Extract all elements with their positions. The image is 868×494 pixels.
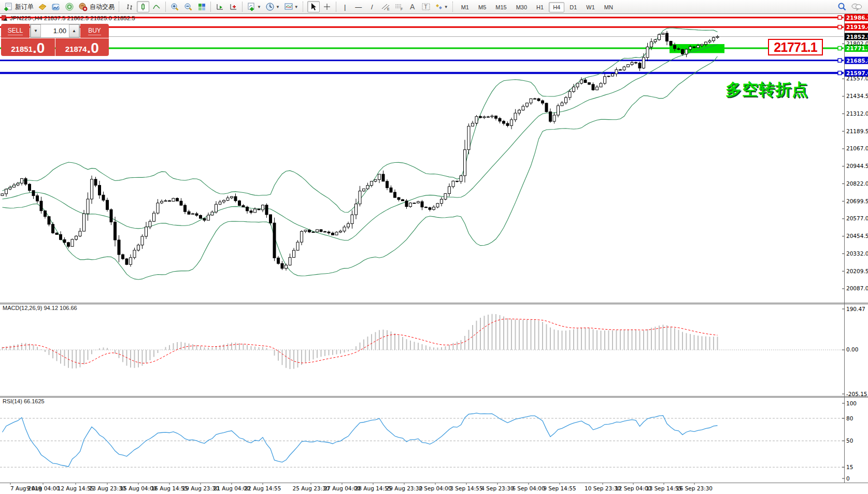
timeframe-button-H1[interactable]: H1 bbox=[532, 2, 548, 12]
svg-text:20087.0: 20087.0 bbox=[846, 285, 868, 291]
template-icon bbox=[284, 2, 293, 11]
svg-text:29 Aug 23:30: 29 Aug 23:30 bbox=[386, 485, 423, 491]
fibonacci-icon: F bbox=[394, 3, 404, 11]
buy-label: BUY bbox=[88, 27, 101, 35]
auto-scroll-button[interactable] bbox=[214, 1, 226, 12]
chart-shift-button[interactable] bbox=[227, 1, 239, 12]
dropdown-caret: ▼ bbox=[444, 5, 448, 9]
templates-button[interactable]: ▼ bbox=[282, 1, 300, 12]
sell-label: SELL bbox=[8, 27, 23, 35]
indicators-button[interactable]: ▼ bbox=[245, 1, 263, 12]
new-order-label: 新订单 bbox=[15, 3, 34, 11]
text-button[interactable]: A bbox=[406, 1, 419, 12]
new-order-button[interactable]: 新订单 bbox=[2, 1, 35, 12]
chat-button[interactable] bbox=[849, 1, 864, 12]
volume-increase-button[interactable]: ▲ bbox=[69, 24, 79, 37]
candlestick-chart[interactable]: 21986.221919.421771.121685.821597.621852… bbox=[0, 0, 868, 494]
auto-scroll-icon bbox=[216, 3, 224, 11]
svg-text:4 Sep 23:30: 4 Sep 23:30 bbox=[481, 485, 514, 491]
dropdown-caret: ▼ bbox=[257, 5, 261, 9]
volume-decrease-button[interactable]: ▼ bbox=[31, 24, 41, 37]
shapes-button[interactable]: ▼ bbox=[433, 1, 450, 12]
market-watch-button[interactable] bbox=[50, 1, 62, 12]
svg-text:21802.0: 21802.0 bbox=[846, 40, 868, 47]
candlestick-chart-icon bbox=[139, 3, 147, 11]
cursor-button[interactable] bbox=[307, 1, 320, 12]
timeframe-button-MN[interactable]: MN bbox=[600, 2, 617, 12]
timeframe-button-M30[interactable]: M30 bbox=[512, 2, 531, 12]
trendline-icon: / bbox=[371, 3, 373, 11]
line-chart-button[interactable] bbox=[150, 1, 163, 12]
zoom-out-icon bbox=[184, 3, 193, 11]
chart-window-icon bbox=[2, 15, 8, 21]
timeframe-button-M5[interactable]: M5 bbox=[474, 2, 490, 12]
svg-text:2 Sep 04:00: 2 Sep 04:00 bbox=[419, 485, 451, 491]
svg-text:21434.5: 21434.5 bbox=[846, 93, 868, 99]
tile-windows-button[interactable] bbox=[195, 1, 208, 12]
yellow-book-icon bbox=[38, 2, 47, 11]
svg-text:20944.5: 20944.5 bbox=[846, 163, 868, 169]
search-icon bbox=[837, 2, 847, 11]
svg-text:6 Sep 04:00: 6 Sep 04:00 bbox=[512, 485, 545, 491]
candlestick-chart-button[interactable] bbox=[137, 1, 149, 12]
svg-text:16 Sep 23:30: 16 Sep 23:30 bbox=[676, 485, 713, 491]
timeframe-button-H4[interactable]: H4 bbox=[549, 2, 564, 12]
signals-button[interactable] bbox=[63, 1, 76, 12]
bar-chart-button[interactable] bbox=[123, 1, 136, 12]
svg-text:21189.5: 21189.5 bbox=[846, 128, 868, 134]
vertical-line-button[interactable]: | bbox=[339, 1, 351, 12]
fibonacci-button[interactable]: F bbox=[393, 1, 405, 12]
svg-text:100: 100 bbox=[846, 400, 857, 406]
channel-icon: E bbox=[381, 3, 390, 11]
svg-text:21067.0: 21067.0 bbox=[846, 145, 868, 151]
svg-text:21919.4: 21919.4 bbox=[846, 24, 868, 30]
svg-text:9 Sep 14:55: 9 Sep 14:55 bbox=[543, 485, 576, 491]
svg-text:20699.5: 20699.5 bbox=[846, 198, 868, 204]
zoom-out-button[interactable] bbox=[182, 1, 194, 12]
svg-text:20454.5: 20454.5 bbox=[846, 233, 868, 239]
sell-price-display[interactable]: 21851.0 bbox=[1, 38, 55, 56]
indicators-icon bbox=[247, 2, 256, 11]
window-cloud-icon bbox=[51, 2, 61, 11]
toolbar-grip bbox=[303, 2, 305, 12]
sell-button[interactable]: SELL bbox=[1, 24, 30, 38]
label-button[interactable]: T bbox=[420, 1, 432, 12]
horizontal-line-button[interactable]: — bbox=[352, 1, 365, 12]
chart-title: JPN225-,H4 21837.5 21862.5 21825.0 21852… bbox=[10, 15, 135, 21]
timeframe-button-D1[interactable]: D1 bbox=[565, 2, 581, 12]
timeframe-button-M15[interactable]: M15 bbox=[491, 2, 510, 12]
text-label-icon: T bbox=[421, 3, 431, 11]
toolbar-separator bbox=[210, 2, 211, 12]
auto-trading-button[interactable]: 自动交易 bbox=[77, 1, 116, 12]
svg-text:190.47: 190.47 bbox=[846, 306, 865, 312]
buy-price-display[interactable]: 21874.0 bbox=[55, 38, 109, 56]
line-chart-icon bbox=[152, 3, 161, 11]
timeframe-button-M1[interactable]: M1 bbox=[457, 2, 473, 12]
buy-button[interactable]: BUY bbox=[80, 24, 109, 38]
search-button[interactable] bbox=[836, 1, 848, 12]
svg-text:80: 80 bbox=[846, 415, 853, 421]
volume-input[interactable]: 1.00 bbox=[41, 24, 69, 37]
channel-button[interactable]: E bbox=[379, 1, 392, 12]
chart-title-row: JPN225-,H4 21837.5 21862.5 21825.0 21852… bbox=[2, 15, 135, 21]
svg-text:E: E bbox=[387, 7, 390, 11]
timeframe-button-W1[interactable]: W1 bbox=[582, 2, 599, 12]
svg-text:21685.8: 21685.8 bbox=[846, 58, 868, 64]
svg-text:21852.5: 21852.5 bbox=[846, 34, 868, 40]
mt4-terminal: { "toolbar": { "new_order_label": "新订单",… bbox=[0, 0, 868, 494]
svg-text:0.00: 0.00 bbox=[846, 346, 858, 352]
data-folder-button[interactable] bbox=[36, 1, 49, 12]
horizontal-line-icon: — bbox=[355, 3, 362, 11]
auto-trading-icon bbox=[78, 2, 88, 11]
main-toolbar: 新订单 自动交易 bbox=[0, 0, 868, 14]
periods-button[interactable]: ▼ bbox=[264, 1, 281, 12]
zoom-in-button[interactable] bbox=[168, 1, 181, 12]
svg-text:20577.0: 20577.0 bbox=[846, 215, 868, 221]
svg-text:T: T bbox=[424, 4, 427, 10]
vertical-line-icon: | bbox=[344, 3, 346, 11]
chat-bubbles-icon bbox=[851, 2, 862, 11]
trendline-button[interactable]: / bbox=[366, 1, 378, 12]
text-icon: A bbox=[410, 3, 415, 11]
crosshair-button[interactable] bbox=[321, 1, 333, 12]
clock-icon bbox=[265, 2, 275, 11]
